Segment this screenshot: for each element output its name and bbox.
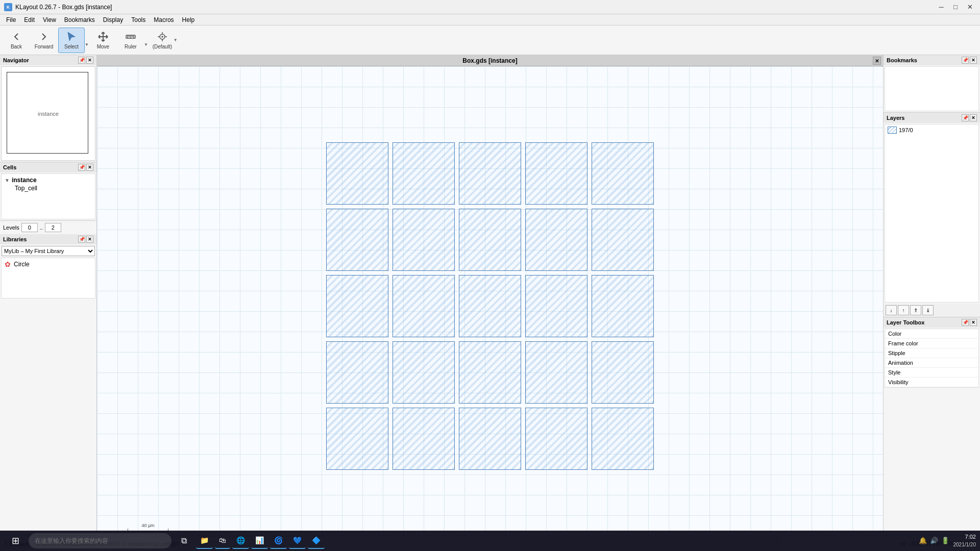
- menu-display[interactable]: Display: [99, 15, 127, 24]
- layer-bottom-btn[interactable]: ⇓: [922, 305, 934, 315]
- libraries-pin-btn[interactable]: 📌: [78, 236, 85, 243]
- menu-help[interactable]: Help: [178, 15, 199, 24]
- gds-cell-3-3[interactable]: [525, 341, 587, 404]
- gds-cell-4-4[interactable]: [592, 408, 654, 470]
- toolbox-style-item[interactable]: Style: [885, 368, 978, 378]
- gds-cell-0-3[interactable]: [525, 142, 587, 205]
- layer-down-btn[interactable]: ↓: [886, 305, 897, 315]
- canvas-area[interactable]: Box.gds [instance] ✕: [97, 55, 883, 536]
- taskbar-ppt-btn[interactable]: 📊: [251, 533, 268, 549]
- menu-bookmarks[interactable]: Bookmarks: [60, 15, 99, 24]
- select-dropdown-arrow[interactable]: ▼: [85, 33, 89, 47]
- layer-toolbox-close-btn[interactable]: ✕: [970, 319, 977, 326]
- close-button[interactable]: ✕: [964, 3, 976, 12]
- menu-view[interactable]: View: [39, 15, 60, 24]
- levels-label: Levels: [3, 224, 19, 231]
- gds-cell-3-1[interactable]: [393, 341, 455, 404]
- tray-network-icon[interactable]: 🔔: [919, 537, 927, 544]
- navigator-header: Navigator 📌 ✕: [0, 55, 96, 65]
- windows-logo: ⊞: [12, 535, 19, 546]
- default-dropdown-arrow[interactable]: ▼: [174, 38, 178, 42]
- sys-tray: 🔔 🔊 🔋: [919, 537, 949, 544]
- navigator-pin-btn[interactable]: 📌: [78, 57, 85, 64]
- taskbar-store-btn[interactable]: 🛍: [215, 533, 230, 549]
- toolbox-frame-color-item[interactable]: Frame color: [885, 339, 978, 348]
- layer-toolbox-pin-btn[interactable]: 📌: [962, 319, 969, 326]
- gds-cell-2-3[interactable]: [525, 275, 587, 337]
- windows-taskbar: ⊞ ⧉ 📁 🛍 🌐 📊 🌀 💙 🔷 🔔 🔊 🔋 7:02 2021/1/20: [0, 531, 980, 551]
- gds-cell-0-0[interactable]: [326, 142, 388, 205]
- gds-cell-0-1[interactable]: [393, 142, 455, 205]
- libraries-close-btn[interactable]: ✕: [86, 236, 93, 243]
- layer-toolbox-header: Layer Toolbox 📌 ✕: [884, 317, 980, 328]
- taskbar-search-input[interactable]: [29, 533, 172, 548]
- back-button[interactable]: Back: [3, 28, 30, 53]
- layers-close-btn[interactable]: ✕: [970, 114, 977, 121]
- menu-tools[interactable]: Tools: [127, 15, 150, 24]
- tray-battery-icon[interactable]: 🔋: [941, 537, 949, 544]
- taskbar-chrome-btn[interactable]: 🌐: [232, 533, 249, 549]
- title-bar: K KLayout 0.26.7 - Box.gds [instance] ─ …: [0, 0, 980, 14]
- gds-cell-1-3[interactable]: [525, 209, 587, 271]
- menu-file[interactable]: File: [2, 15, 20, 24]
- gds-cell-1-1[interactable]: [393, 209, 455, 271]
- ruler-dropdown-arrow[interactable]: ▼: [144, 33, 148, 47]
- layer-item-197[interactable]: 197/0: [886, 126, 977, 135]
- minimize-button[interactable]: ─: [935, 3, 947, 12]
- navigator-close-btn[interactable]: ✕: [86, 57, 93, 64]
- taskbar-file-explorer-btn[interactable]: 📁: [196, 533, 213, 549]
- menu-edit[interactable]: Edit: [20, 15, 39, 24]
- bookmarks-title: Bookmarks: [887, 57, 917, 63]
- library-circle-item[interactable]: ✿ Circle: [5, 259, 92, 269]
- cells-close-btn[interactable]: ✕: [86, 164, 93, 171]
- toolbar: Back Forward Select ▼ Move Ruler ▼: [0, 26, 980, 55]
- libraries-select[interactable]: MyLib – My First Library: [2, 246, 95, 256]
- gds-cell-1-0[interactable]: [326, 209, 388, 271]
- cells-root-item[interactable]: ▼ instance: [5, 176, 92, 184]
- gds-cell-4-0[interactable]: [326, 408, 388, 470]
- forward-button[interactable]: Forward: [31, 28, 57, 53]
- ruler-button[interactable]: Ruler: [117, 28, 144, 53]
- gds-cell-2-4[interactable]: [592, 275, 654, 337]
- select-button[interactable]: Select: [58, 28, 85, 53]
- gds-cell-2-1[interactable]: [393, 275, 455, 337]
- cells-child-item[interactable]: Top_cell: [5, 184, 92, 192]
- bookmarks-pin-btn[interactable]: 📌: [962, 57, 969, 64]
- layers-header: Layers 📌 ✕: [884, 113, 980, 123]
- gds-cell-3-4[interactable]: [592, 341, 654, 404]
- toolbox-color-item[interactable]: Color: [885, 329, 978, 339]
- default-button[interactable]: (Default): [149, 28, 176, 53]
- levels-to-input[interactable]: [45, 223, 61, 232]
- taskbar-app6-btn[interactable]: 🌀: [270, 533, 287, 549]
- tray-volume-icon[interactable]: 🔊: [930, 537, 938, 544]
- taskbar-task-view-btn[interactable]: ⧉: [174, 533, 194, 549]
- menu-macros[interactable]: Macros: [150, 15, 178, 24]
- gds-cell-0-2[interactable]: [459, 142, 521, 205]
- taskbar-vscode-btn[interactable]: 💙: [289, 533, 306, 549]
- gds-cell-1-4[interactable]: [592, 209, 654, 271]
- move-button[interactable]: Move: [90, 28, 116, 53]
- maximize-button[interactable]: □: [949, 3, 962, 12]
- gds-cell-3-0[interactable]: [326, 341, 388, 404]
- bookmarks-close-btn[interactable]: ✕: [970, 57, 977, 64]
- gds-cell-4-3[interactable]: [525, 408, 587, 470]
- gds-cell-3-2[interactable]: [459, 341, 521, 404]
- start-button[interactable]: ⊞: [4, 533, 27, 549]
- canvas-close-btn[interactable]: ✕: [873, 57, 881, 65]
- layer-top-btn[interactable]: ⇑: [910, 305, 921, 315]
- toolbox-stipple-item[interactable]: Stipple: [885, 348, 978, 358]
- toolbox-visibility-item[interactable]: Visibility: [885, 378, 978, 387]
- levels-from-input[interactable]: [21, 223, 38, 232]
- toolbox-animation-item[interactable]: Animation: [885, 358, 978, 368]
- gds-cell-4-2[interactable]: [459, 408, 521, 470]
- canvas-title-bar: Box.gds [instance] ✕: [97, 55, 883, 66]
- gds-cell-4-1[interactable]: [393, 408, 455, 470]
- gds-cell-2-2[interactable]: [459, 275, 521, 337]
- cells-pin-btn[interactable]: 📌: [78, 164, 85, 171]
- gds-cell-0-4[interactable]: [592, 142, 654, 205]
- layer-up-btn[interactable]: ↑: [898, 305, 909, 315]
- gds-cell-2-0[interactable]: [326, 275, 388, 337]
- taskbar-klayout-btn[interactable]: 🔷: [308, 533, 325, 549]
- layers-pin-btn[interactable]: 📌: [962, 114, 969, 121]
- gds-cell-1-2[interactable]: [459, 209, 521, 271]
